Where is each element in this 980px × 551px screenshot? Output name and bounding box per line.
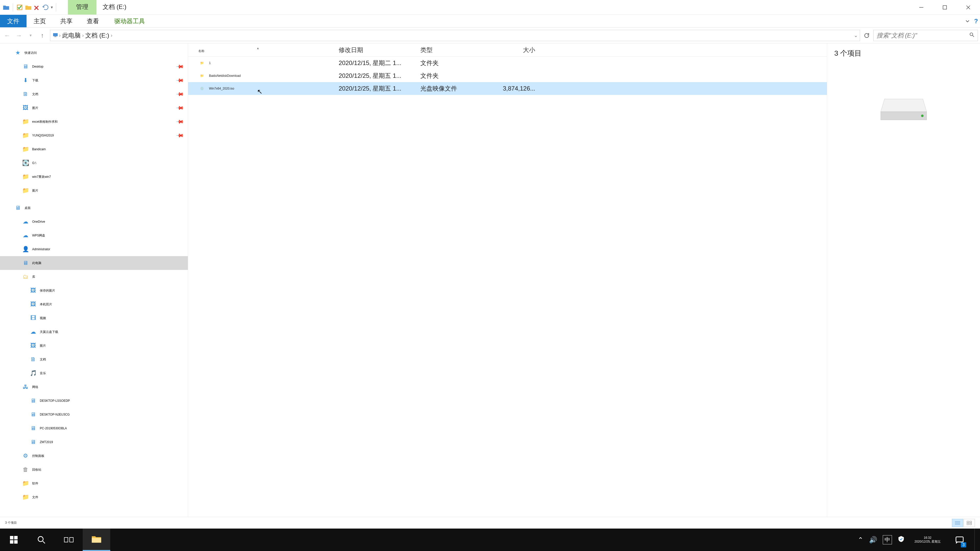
task-view-button[interactable] [55,529,83,551]
nav-network[interactable]: 🖧网络 [0,380,188,394]
col-type[interactable]: 类型 [420,46,489,54]
nav-videos[interactable]: 🎞视频 [0,311,188,325]
tab-file[interactable]: 文件 [0,15,27,27]
security-icon[interactable] [897,535,905,545]
ime-indicator[interactable]: 中 [883,535,892,545]
address-dropdown-icon[interactable]: ⌄ [854,33,858,38]
nav-folder-win7[interactable]: 📁win7重装win7 [0,170,188,184]
nav-label: PC-20190530OBLA [40,427,67,430]
folder-icon: 📁 [22,118,29,125]
nav-folder-yunqishi[interactable]: 📁YUNQISHI2019📌 [0,129,188,142]
crumb-this-pc[interactable]: 此电脑 [61,32,82,40]
forward-button[interactable]: → [14,30,24,41]
expand-ribbon-icon[interactable] [964,18,970,24]
title-tabs: 管理 文档 (E:) [68,0,132,14]
file-row[interactable]: 📁BaiduNetdiskDownload 2020/12/25, 星期五 1.… [188,69,827,82]
tab-drive-tools[interactable]: 驱动器工具 [107,15,152,27]
nav-folder-excel[interactable]: 📁excel表格制作求和📌 [0,115,188,129]
file-row[interactable]: 📁1 2020/12/15, 星期二 1... 文件夹 [188,57,827,69]
nav-wps[interactable]: ☁WPS网盘 [0,229,188,242]
show-desktop-button[interactable] [974,529,977,551]
qat-dropdown-icon[interactable]: ▾ [51,5,53,10]
search-box[interactable] [873,30,978,41]
nav-saved-pictures[interactable]: 🖼保存的图片 [0,284,188,297]
nav-pictures-lib[interactable]: 🖼图片 [0,339,188,353]
breadcrumb[interactable]: › 此电脑 › 文档 (E:) › ⌄ [50,30,860,41]
folder-icon: 📁 [22,132,29,139]
undo-icon[interactable] [42,4,49,11]
nav-onedrive[interactable]: ☁OneDrive [0,215,188,229]
nav-documents[interactable]: 🗎文档📌 [0,87,188,101]
nav-quick-access[interactable]: ★ 快速访问 [0,46,188,60]
col-date[interactable]: 修改日期 [339,46,420,54]
svg-rect-27 [92,538,101,543]
chevron-right-icon[interactable]: › [59,32,61,38]
tab-home[interactable]: 主页 [27,15,53,27]
icons-view-button[interactable] [964,519,975,527]
new-folder-icon[interactable] [25,4,32,11]
nav-netpc-2[interactable]: 🖥DESKTOP-NJEU3CG [0,408,188,421]
svg-rect-21 [10,540,14,544]
details-view-button[interactable] [952,519,963,527]
explorer-taskbar-button[interactable] [83,529,110,551]
pictures-icon: 🖼 [30,287,37,294]
minimize-button[interactable] [910,0,933,15]
nav-folder-bandicam[interactable]: 📁Bandicam [0,142,188,156]
nav-documents-lib[interactable]: 🗎文档 [0,353,188,366]
maximize-button[interactable] [933,0,956,15]
nav-tianyicloud[interactable]: ☁天翼云盘下载 [0,325,188,339]
svg-line-24 [43,541,45,544]
chevron-right-icon[interactable]: › [110,32,113,38]
nav-netpc-4[interactable]: 🖥ZMT2019 [0,435,188,449]
volume-icon[interactable]: 🔊 [869,536,877,544]
nav-camera-roll[interactable]: 🖼本机照片 [0,297,188,311]
tray-overflow-icon[interactable]: ⌃ [858,536,863,544]
recent-dropdown[interactable]: ▾ [25,30,36,41]
delete-icon[interactable]: ✕ [33,4,41,11]
folder-icon: 📁 [22,173,29,180]
nav-netpc-1[interactable]: 🖥DESKTOP-LSSOEDP [0,394,188,408]
tab-view[interactable]: 查看 [80,15,106,27]
nav-label: DESKTOP-LSSOEDP [40,399,70,403]
file-type: 文件夹 [420,72,489,80]
column-headers: 名称▴ 修改日期 类型 大小 [188,43,827,57]
chevron-right-icon[interactable]: › [82,32,84,38]
tab-share[interactable]: 共享 [53,15,80,27]
nav-folder-files[interactable]: 📁文件 [0,490,188,504]
app-icon [3,4,10,11]
nav-recycle-bin[interactable]: 🗑回收站 [0,463,188,476]
help-icon[interactable]: ? [974,17,978,25]
nav-pictures[interactable]: 🖼图片📌 [0,101,188,115]
close-button[interactable] [956,0,980,15]
refresh-button[interactable] [862,30,872,41]
svg-point-11 [921,114,924,117]
nav-folder-software[interactable]: 📁软件 [0,476,188,490]
nav-netpc-3[interactable]: 🖥PC-20190530OBLA [0,421,188,435]
nav-desktop-root[interactable]: 🖥桌面 [0,201,188,215]
nav-music[interactable]: 🎵音乐 [0,366,188,380]
search-button[interactable] [27,529,55,551]
nav-control-panel[interactable]: ⚙控制面板 [0,449,188,463]
col-name[interactable]: 名称▴ [198,46,339,54]
nav-user[interactable]: 👤Administrator [0,242,188,256]
crumb-drive[interactable]: 文档 (E:) [84,32,110,40]
search-input[interactable] [877,32,969,39]
pin-icon: 📌 [176,90,185,99]
action-center-button[interactable]: 3 [950,529,969,551]
file-row[interactable]: 💿Win7x64_2020.iso 2020/12/25, 星期五 1... 光… [188,82,827,95]
nav-libraries[interactable]: 🗂库 [0,270,188,284]
col-size[interactable]: 大小 [489,46,535,54]
nav-downloads[interactable]: ⬇下载📌 [0,73,188,87]
nav-desktop[interactable]: 🖥Desktop📌 [0,60,188,73]
nav-drive-g[interactable]: 💽G:\ [0,156,188,170]
nav-label: Administrator [32,248,50,251]
back-button[interactable]: ← [2,30,12,41]
nav-folder-pictures2[interactable]: 📁图片 [0,184,188,197]
nav-this-pc[interactable]: 🖥此电脑 [0,256,188,270]
properties-icon[interactable] [16,4,23,11]
pin-icon: 📌 [176,62,185,71]
search-icon[interactable] [969,32,975,39]
start-button[interactable] [0,529,27,551]
up-button[interactable]: ↑ [37,30,48,41]
clock[interactable]: 16:32 2020/12/25, 星期五 [910,536,945,544]
